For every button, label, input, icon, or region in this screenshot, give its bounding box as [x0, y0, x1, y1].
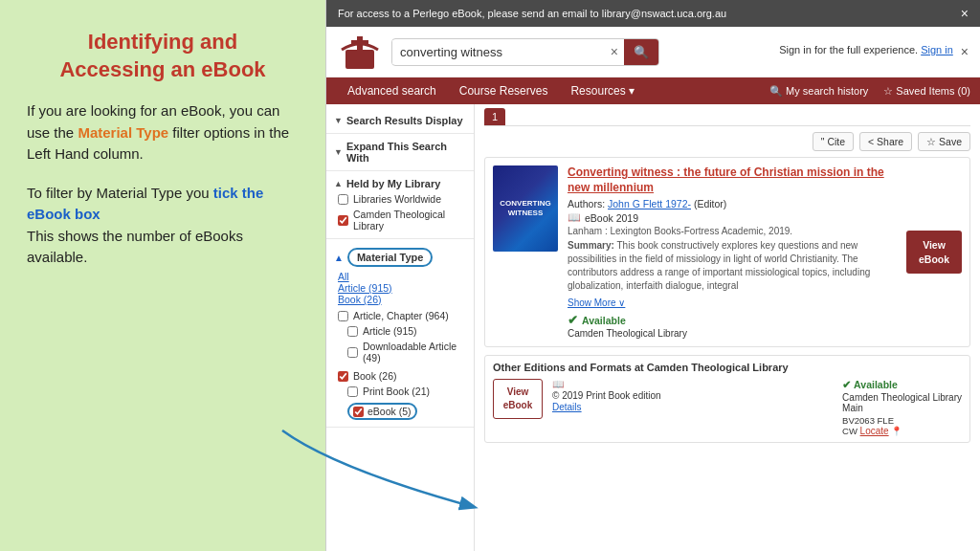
edition-lib-name: Camden Theological Library Main [842, 392, 962, 413]
camden-theological-item[interactable]: Camden Theological Library [334, 207, 466, 233]
other-editions: Other Editions and Formats at Camden The… [484, 355, 970, 443]
edition-availability: ✔ Available Camden Theological Library M… [842, 379, 962, 436]
availability: ✔ Available Camden Theological Library [568, 313, 897, 339]
article-chapter-checkbox[interactable] [338, 311, 348, 321]
cite-button[interactable]: " Cite [813, 132, 854, 151]
my-search-history[interactable]: 🔍 My search history [769, 85, 868, 98]
saved-items[interactable]: ☆ Saved Items (0) [883, 85, 970, 98]
panel-body-1: If you are looking for an eBook, you can… [27, 100, 299, 165]
result-authors: Authors: John G Flett 1972- (Editor) [568, 198, 897, 209]
logo-area [338, 33, 382, 71]
downloadable-article-item[interactable]: Downloadable Article (49) [334, 339, 466, 365]
article-915-item[interactable]: Article (915) [334, 323, 466, 339]
sidebar-filters: ▼ Search Results Display ▼ Expand This S… [326, 104, 475, 551]
nav-advanced-search[interactable]: Advanced search [336, 77, 448, 104]
material-type-header[interactable]: Material Type [347, 248, 434, 267]
downloadable-checkbox[interactable] [347, 347, 358, 358]
search-results-display-section: ▼ Search Results Display [326, 108, 474, 134]
edition-info: 📖 © 2019 Print Book edition Details [552, 379, 833, 412]
edition-details-link[interactable]: Details [552, 402, 661, 412]
svg-rect-1 [357, 36, 363, 55]
locate-link[interactable]: Locate [860, 426, 889, 436]
ebook-type-icon: 📖 [568, 211, 581, 224]
results-tabs: 1 [484, 108, 970, 126]
notification-close[interactable]: × [961, 6, 969, 21]
edition-available-badge: ✔ Available [842, 379, 962, 390]
book-cover: CONVERTING WITNESS [493, 165, 558, 252]
search-results-display-header[interactable]: ▼ Search Results Display [334, 113, 466, 128]
book-26-item[interactable]: Book (26) [334, 368, 466, 384]
nav-right: 🔍 My search history ☆ Saved Items (0) [769, 85, 970, 98]
signin-link[interactable]: Sign in [921, 44, 953, 55]
other-editions-title: Other Editions and Formats at Camden The… [493, 362, 962, 373]
result-type: 📖 eBook 2019 [568, 211, 897, 224]
result-summary: Summary: This book constructively explor… [568, 239, 897, 293]
save-button[interactable]: ☆ Save [918, 132, 970, 151]
nav-bar: Advanced search Course Reserves Resource… [326, 77, 980, 104]
view-ebook-button[interactable]: VieweBook [906, 231, 962, 274]
print-book-item[interactable]: Print Book (21) [334, 384, 466, 399]
share-button[interactable]: < Share [859, 132, 912, 151]
expand-search-section: ▼ Expand This Search With [326, 134, 474, 171]
camden-lib-label: Camden Theological Library [568, 328, 897, 339]
book-count-link[interactable]: Book (26) [338, 294, 382, 305]
book-26-checkbox[interactable] [338, 371, 348, 382]
signin-box: Sign in for the full experience. Sign in… [779, 44, 969, 59]
results-toolbar: " Cite < Share ☆ Save [484, 132, 970, 151]
edition-callnum: BV2063 FLE CW Locate 📍 [842, 415, 962, 436]
author-link[interactable]: John G Flett 1972- [608, 198, 691, 209]
results-panel: 1 " Cite < Share ☆ Save CONVERTING WITNE… [475, 104, 980, 551]
article-chapter-item[interactable]: Article, Chapter (964) [334, 308, 466, 323]
main-content: ▼ Search Results Display ▼ Expand This S… [326, 104, 980, 551]
signin-close-icon[interactable]: × [961, 44, 969, 59]
print-book-checkbox[interactable] [347, 386, 358, 397]
material-type-section: ▲ Material Type All Article (915) Book (… [326, 239, 474, 428]
nav-course-reserves[interactable]: Course Reserves [448, 77, 560, 104]
result-title[interactable]: Converting witness : the future of Chris… [568, 165, 897, 195]
article-915-checkbox[interactable] [347, 326, 358, 337]
libraries-worldwide-item[interactable]: Libraries Worldwide [334, 191, 466, 207]
locate-icon: 📍 [891, 426, 902, 436]
libraries-worldwide-checkbox[interactable] [338, 194, 348, 205]
header: × 🔍 Sign in for the full experience. Sig… [326, 27, 980, 77]
tab-1[interactable]: 1 [484, 108, 505, 125]
show-more-link[interactable]: Show More ∨ [568, 298, 625, 308]
result-info: Converting witness : the future of Chris… [568, 165, 897, 339]
camden-theological-checkbox[interactable] [338, 215, 348, 226]
held-by-header[interactable]: ▲ Held by My Library [334, 176, 466, 191]
edition-view-button[interactable]: VieweBook [493, 379, 543, 419]
nav-resources[interactable]: Resources ▾ [559, 77, 646, 104]
search-button[interactable]: 🔍 [624, 39, 658, 65]
result-publisher: Lanham : Lexington Books-Fortress Academ… [568, 226, 897, 236]
search-clear-icon[interactable]: × [605, 40, 624, 63]
signin-text: Sign in for the full experience. [779, 44, 918, 55]
all-link[interactable]: All [338, 271, 349, 282]
ebook-item[interactable]: eBook (5) [334, 401, 466, 422]
logo-icon [338, 33, 382, 71]
ebook-checkbox[interactable] [353, 407, 364, 417]
notification-text: For access to a Perlego eBook, please se… [338, 8, 726, 19]
expand-search-header[interactable]: ▼ Expand This Search With [334, 139, 466, 165]
edition-icon: 📖 [552, 379, 661, 389]
edition-row: VieweBook 📖 © 2019 Print Book edition De… [493, 379, 962, 436]
search-box: × 🔍 [391, 38, 659, 66]
result-card-1: CONVERTING WITNESS Converting witness : … [484, 157, 970, 347]
available-badge: ✔ Available [568, 313, 897, 327]
article-count-link[interactable]: Article (915) [338, 282, 392, 294]
search-input[interactable] [392, 40, 605, 64]
held-by-section: ▲ Held by My Library Libraries Worldwide… [326, 171, 474, 239]
notification-bar: For access to a Perlego eBook, please se… [326, 0, 980, 27]
panel-title: Identifying and Accessing an eBook [27, 29, 299, 83]
panel-body-2: To filter by Material Type you tick the … [27, 183, 299, 269]
